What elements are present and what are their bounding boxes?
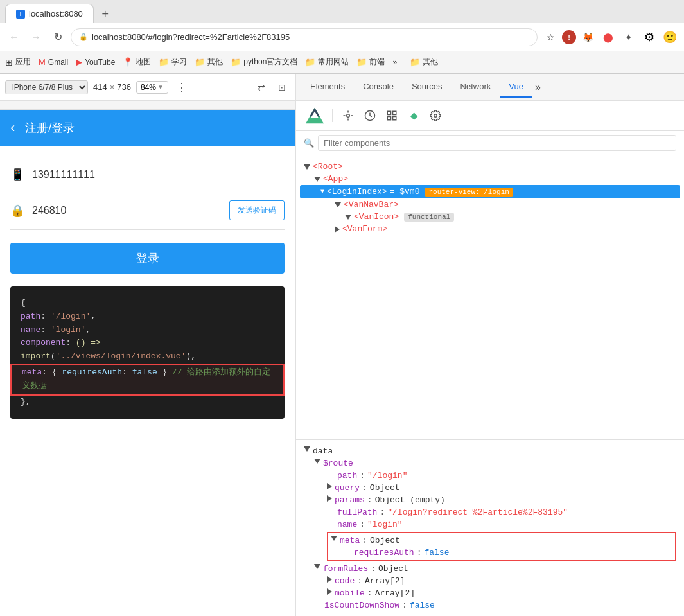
inspect-component-icon[interactable] [339,107,357,125]
code-line-2: path: '/login', [21,310,274,324]
address-bar[interactable]: 🔒 localhost:8080/#/login?redirect=%2Fart… [71,28,538,46]
route-fullpath-row: fullPath : "/login?redirect=%2Farticle%2… [304,506,676,518]
route-path-val: "/login" [367,471,407,480]
form-rules-key: formRules [323,564,368,574]
extension-icon-5[interactable]: ⚙ [640,28,658,46]
vuex-icon[interactable] [383,107,401,125]
bookmark-maps[interactable]: 📍 地图 [123,57,151,67]
app-expand-arrow[interactable] [314,177,320,182]
phone-panel: iPhone 6/7/8 Plus 414 × 736 84% ▼ ⋮ ⇄ ⊡ [0,74,295,616]
active-tab[interactable]: l localhost:8080 [5,4,94,23]
countdown-row: isCountDownShow : false [304,599,676,612]
meta-val: Object [370,536,400,545]
svg-rect-12 [393,117,396,120]
meta-row: meta : Object [331,534,672,547]
device-zoom[interactable]: 84% ▼ [136,81,168,94]
phone-header: ‹ 注册/登录 [0,110,295,146]
requires-auth-key: requiresAuth [354,548,414,558]
tree-row-vannavbar[interactable]: <VanNavBar> [304,198,676,211]
vannavbar-expand-arrow[interactable] [335,202,341,207]
bookmark-other2[interactable]: 📁 其他 [410,57,438,67]
rotate-icon[interactable]: ⇄ [254,80,269,95]
name-key: name [337,520,357,529]
tree-row-vanicon[interactable]: <VanIcon> functional [304,211,676,223]
mobile-arr-expand-arrow[interactable] [327,588,332,595]
code-text[interactable]: 246810 [32,205,222,216]
code-field: 🔒 246810 发送验证码 [10,191,285,230]
countdown-key: isCountDownShow [324,601,399,610]
more-tabs-button[interactable]: » [535,82,541,93]
svg-rect-10 [393,111,396,114]
bookmark-apps[interactable]: ⊞ 应用 [5,57,31,67]
devtools-panel: Elements Console Sources Network Vue » [295,74,684,616]
device-size: 414 × 736 [93,82,131,92]
filter-bar: 🔍 [296,131,684,155]
device-select[interactable]: iPhone 6/7/8 Plus [5,80,88,94]
phone-form: 📱 13911111111 🔒 246810 发送验证码 登录 [0,146,295,286]
device-more-options[interactable]: ⋮ [176,80,188,94]
zoom-arrow: ▼ [157,84,164,91]
bookmarks-bar: ⊞ 应用 M Gmail ▶ YouTube 📍 地图 📁 学习 📁 其他 📁 … [0,51,684,73]
send-code-button[interactable]: 发送验证码 [229,200,285,220]
meta-expand-arrow[interactable] [331,536,337,541]
extension-icon-2[interactable]: 🦊 [579,28,597,46]
forward-button[interactable]: → [27,28,45,46]
phone-number-field: 📱 13911111111 [10,159,285,191]
vanform-tag: <VanForm> [342,224,387,234]
responsive-icon[interactable]: ⊡ [274,80,290,95]
route-expand-arrow[interactable] [314,459,320,464]
vanicon-expand-arrow[interactable] [345,215,351,220]
divider-1 [332,109,333,122]
query-expand-arrow[interactable] [327,483,332,489]
bookmark-common[interactable]: 📁 常用网站 [305,57,349,67]
extension-icon-3[interactable]: ⬤ [599,28,617,46]
tree-row-vanform[interactable]: <VanForm> [304,223,676,235]
meta-key: meta [340,536,360,545]
login-button[interactable]: 登录 [10,243,285,274]
bookmark-gmail[interactable]: M Gmail [39,57,68,67]
extension-icon-4[interactable]: ✦ [620,28,638,46]
back-button[interactable]: ← [5,28,23,46]
tab-vue[interactable]: Vue [500,76,532,98]
bookmark-youtube[interactable]: ▶ YouTube [76,57,115,67]
extension-icon-6[interactable]: 🙂 [661,28,679,46]
login-vm-attr: = $vm0 [390,187,420,197]
history-icon[interactable] [361,107,379,125]
code-arr-expand-arrow[interactable] [327,576,332,583]
extension-icon-1[interactable]: ! [562,30,576,44]
bookmark-python[interactable]: 📁 python官方文档 [231,57,297,67]
code-overlay: { path: '/login', name: 'login', compone… [10,286,285,419]
tab-title: localhost:8080 [29,9,83,19]
vanform-expand-arrow[interactable] [335,226,340,233]
code-line-5-highlighted: meta: { requiresAuth: false } // 给路由添加额外… [10,364,285,396]
root-expand-arrow[interactable] [304,164,310,170]
bookmark-more[interactable]: » [392,58,397,67]
mobile-arr-key: mobile [335,588,365,598]
settings-icon[interactable] [426,107,444,125]
phone-back-button[interactable]: ‹ [10,119,15,136]
bookmark-study[interactable]: 📁 学习 [159,57,187,67]
phone-number-text[interactable]: 13911111111 [32,169,285,180]
vue-devtools-icons: ◆ [296,101,684,131]
tab-elements[interactable]: Elements [301,76,354,98]
tree-row-root[interactable]: <Root> [304,161,676,173]
form-rules-expand-arrow[interactable] [314,564,320,569]
router-icon[interactable]: ◆ [405,107,423,125]
bookmark-other1[interactable]: 📁 其他 [195,57,223,67]
data-expand-arrow[interactable] [304,446,310,452]
mobile-arr-val: Array[2] [375,588,415,598]
reload-button[interactable]: ↻ [49,28,67,46]
filter-input[interactable] [318,135,676,151]
tree-row-login-index[interactable]: ▼ <LoginIndex> = $vm0 router-view: /logi… [300,185,680,198]
params-expand-arrow[interactable] [327,495,332,502]
new-tab-button[interactable]: + [96,5,114,23]
form-rules-row: formRules : Object [304,563,676,575]
tab-favicon: l [16,10,25,19]
tab-sources[interactable]: Sources [403,76,452,98]
tree-row-app[interactable]: <App> [304,173,676,185]
bookmark-icon[interactable]: ☆ [541,28,559,46]
tab-console[interactable]: Console [354,76,403,98]
code-line-6: }, [21,396,274,409]
bookmark-frontend[interactable]: 📁 前端 [356,57,385,67]
tab-network[interactable]: Network [452,76,500,98]
